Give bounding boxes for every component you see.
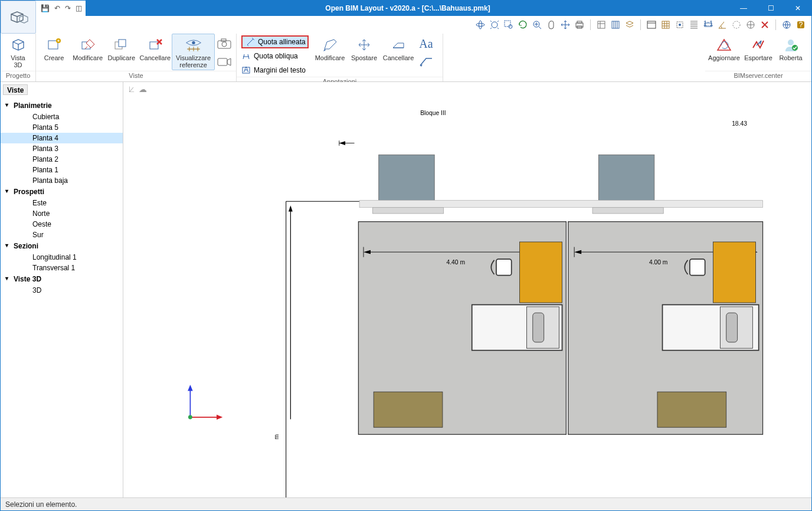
tool-snap2-icon[interactable] [688, 19, 700, 31]
maximize-button[interactable]: ☐ [757, 1, 784, 16]
right-dimension: 18.43 [732, 120, 747, 127]
tree-item[interactable]: Planta 4 [1, 133, 123, 143]
redo-icon[interactable]: ↷ [65, 4, 71, 12]
tree-item[interactable]: Planta 5 [1, 122, 123, 133]
svg-text:m: m [273, 434, 280, 440]
tree-item[interactable]: Oeste [1, 219, 123, 230]
cloud-icon[interactable]: ☁ [139, 84, 147, 94]
tool-sheet1-icon[interactable] [595, 19, 607, 31]
modificare-annot-label: Modificare [315, 54, 345, 61]
tree-item[interactable]: Planta 2 [1, 154, 123, 165]
minimize-button[interactable]: — [730, 1, 757, 16]
tool-orbit-icon[interactable] [474, 19, 486, 31]
quota-obliqua-button[interactable]: Quota obliqua [238, 50, 312, 63]
esportare-button[interactable]: Esportare [742, 34, 775, 70]
tool-snap1-icon[interactable] [674, 19, 686, 31]
text-tool-icon[interactable]: Aa [416, 35, 436, 52]
tree-item[interactable]: Planta 3 [1, 143, 123, 154]
tool-delete-icon[interactable] [759, 19, 771, 31]
tool-pan-icon[interactable] [545, 19, 557, 31]
modificare-annot-button[interactable]: Modificare [312, 34, 348, 70]
roberta-user-button[interactable]: Roberta [775, 34, 807, 70]
tree-item[interactable]: Longitudinal 1 [1, 252, 123, 263]
camera-photo-icon[interactable] [215, 35, 234, 52]
box-icon[interactable]: ◫ [76, 4, 82, 12]
tool-move-icon[interactable] [559, 19, 571, 31]
quota-allineata-button[interactable]: Quota allineata [241, 35, 309, 48]
quota-allineata-icon [246, 38, 254, 46]
modificare-viste-button[interactable]: Modificare [71, 34, 104, 70]
app-icon[interactable] [1, 1, 36, 34]
tree-group[interactable]: Sezioni [1, 240, 123, 252]
quota-obliqua-label: Quota obliqua [254, 52, 298, 60]
svg-marker-43 [289, 205, 293, 211]
tool-help-icon[interactable]: ? [795, 19, 807, 31]
svg-rect-3 [505, 21, 510, 27]
plan-title: Bloque III [420, 110, 446, 116]
cancellare-viste-button[interactable]: Cancellare [138, 34, 172, 70]
roberta-label: Roberta [779, 54, 802, 61]
svg-rect-69 [690, 259, 705, 275]
tree-item[interactable]: Norte [1, 208, 123, 219]
tool-zoom-in-icon[interactable] [531, 19, 543, 31]
tool-window-icon[interactable] [646, 19, 657, 31]
tree-item[interactable]: Cubierta [1, 112, 123, 122]
vista-3d-button[interactable]: Vista 3D [2, 34, 34, 70]
tree-group[interactable]: Planimetrie [1, 100, 123, 112]
tree-item[interactable]: Planta baja [1, 175, 123, 186]
svg-text:A: A [244, 66, 248, 74]
mini-toolbar: 1:1 ? [1, 16, 811, 34]
tool-scale-icon[interactable]: 1:1 [702, 19, 714, 31]
tool-zoom-extents-icon[interactable] [489, 19, 500, 31]
duplicare-label: Duplicare [108, 54, 135, 61]
undo-icon[interactable]: ↶ [54, 4, 60, 12]
aggiornare-label: Aggiornare [708, 54, 740, 61]
margini-testo-button[interactable]: A Margini del testo [238, 64, 312, 77]
tool-ortho-icon[interactable] [731, 19, 742, 31]
tool-refresh-icon[interactable] [517, 19, 529, 31]
ribbon: Vista 3D Progetto Creare Modificare Dupl… [1, 34, 811, 82]
vista-3d-label: Vista 3D [11, 54, 25, 68]
tree-item[interactable]: Este [1, 198, 123, 208]
tree-item[interactable]: Sur [1, 230, 123, 240]
view-tree[interactable]: PlanimetrieCubiertaPlanta 5Planta 4Plant… [1, 99, 123, 497]
tree-item[interactable]: Transversal 1 [1, 263, 123, 273]
side-header[interactable]: Viste [3, 84, 28, 95]
visualizzare-referenze-button[interactable]: Visualizzare referenze [172, 34, 214, 70]
creare-button[interactable]: Creare [37, 34, 71, 70]
svg-rect-72 [726, 313, 738, 342]
svg-text:?: ? [799, 21, 803, 29]
tool-layer-icon[interactable] [624, 19, 636, 31]
save-icon[interactable]: 💾 [41, 4, 50, 12]
cancellare-annot-button[interactable]: Cancellare [381, 34, 416, 70]
tree-item[interactable]: Planta 1 [1, 165, 123, 175]
axes-3d-icon[interactable]: ⟀ [129, 84, 134, 94]
tree-item[interactable]: 3D [1, 285, 123, 296]
visualizzare-label: Visualizzare referenze [176, 54, 211, 68]
tool-print-icon[interactable] [574, 19, 585, 31]
side-panel: Viste PlanimetrieCubiertaPlanta 5Planta … [1, 82, 123, 497]
spostare-button[interactable]: Spostare [348, 34, 381, 70]
tool-zoom-window-icon[interactable] [503, 19, 515, 31]
camera-video-icon[interactable] [215, 53, 234, 70]
ribbon-group-annotazioni: Quota allineata Quota obliqua A Margini … [237, 34, 443, 81]
tool-sheet2-icon[interactable] [610, 19, 621, 31]
tool-polar-icon[interactable] [745, 19, 757, 31]
creare-label: Creare [44, 54, 64, 61]
axes-gizmo [188, 385, 222, 420]
tool-globe-icon[interactable] [781, 19, 793, 31]
svg-rect-63 [496, 259, 512, 275]
svg-rect-46 [359, 201, 762, 208]
tool-grid-icon[interactable] [660, 19, 672, 31]
canvas[interactable]: ⟀ ☁ Bloque III 18.43 [123, 82, 811, 497]
tree-group[interactable]: Prospetti [1, 186, 123, 198]
aggiornare-button[interactable]: Aggiornare [706, 34, 742, 70]
svg-rect-67 [374, 392, 443, 427]
leader-tool-icon[interactable] [416, 53, 436, 70]
tree-group[interactable]: Viste 3D [1, 273, 123, 285]
tool-angle-icon[interactable] [716, 19, 728, 31]
svg-rect-32 [218, 58, 227, 65]
duplicare-button[interactable]: Duplicare [104, 34, 138, 70]
close-button[interactable]: ✕ [784, 1, 811, 16]
ribbon-group-bimserver: Aggiornare Esportare Roberta BIMserver.c… [705, 34, 811, 81]
